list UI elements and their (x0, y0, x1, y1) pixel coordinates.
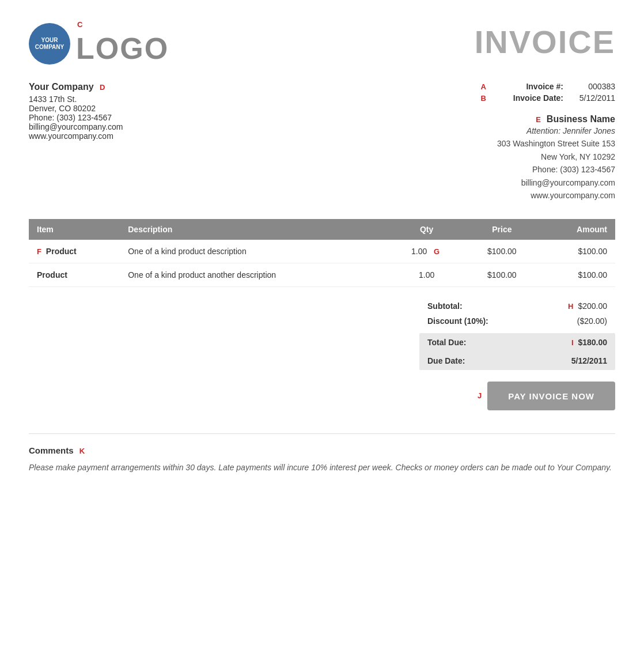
due-date-row: Due Date: 5/12/2011 (419, 352, 615, 370)
company-website: www.yourcompany.com (29, 131, 385, 141)
total-box: Total Due: I $180.00 Due Date: 5/12/2011 (419, 333, 615, 370)
invoice-date-value: 5/12/2011 (569, 93, 615, 103)
bill-email: billing@yourcompany.com (385, 176, 615, 189)
table-row: F Product One of a kind product descript… (29, 240, 615, 263)
bill-website: www.yourcompany.com (385, 189, 615, 202)
invoice-meta: A Invoice #: 000383 B Invoice Date: 5/12… (385, 82, 615, 103)
b-annotation: B (481, 94, 486, 103)
e-annotation: E (536, 115, 541, 124)
attention-text: Attention: Jennifer Jones (385, 124, 615, 137)
row2-description: One of a kind product another descriptio… (120, 263, 388, 287)
row1-qty: 1.00 G (388, 240, 465, 263)
c-annotation: C (77, 20, 82, 29)
logo-text: LOGO (76, 33, 169, 63)
right-info: A Invoice #: 000383 B Invoice Date: 5/12… (385, 82, 615, 202)
due-date-label: Due Date: (427, 356, 465, 365)
summary-section: Subtotal: H $200.00 Discount (10%): ($20… (29, 299, 615, 370)
col-amount: Amount (539, 219, 615, 240)
logo-area: YOURCOMPANY C LOGO (29, 23, 169, 65)
company-address-line1: 1433 17th St. (29, 95, 385, 104)
company-address-line2: Denver, CO 80202 (29, 104, 385, 113)
company-phone: Phone: (303) 123-4567 (29, 113, 385, 122)
invoice-number-value: 000383 (569, 82, 615, 91)
subtotal-row: Subtotal: H $200.00 (419, 299, 615, 314)
row1-item: F Product (29, 240, 120, 263)
invoice-header: YOURCOMPANY C LOGO INVOICE (29, 23, 615, 65)
invoice-title: INVOICE (475, 23, 615, 61)
j-annotation: J (478, 382, 482, 410)
row1-price: $100.00 (465, 240, 539, 263)
company-info: Your Company D 1433 17th St. Denver, CO … (29, 82, 385, 202)
total-due-value: I $180.00 (571, 338, 607, 347)
pay-invoice-button[interactable]: PAY INVOICE NOW (487, 382, 615, 410)
invoice-number-label: Invoice #: (494, 82, 563, 91)
table-header: Item Description Qty Price Amount (29, 219, 615, 240)
table-body: F Product One of a kind product descript… (29, 240, 615, 287)
subtotal-label: Subtotal: (427, 301, 463, 311)
row2-qty: 1.00 (388, 263, 465, 287)
company-name: Your Company D (29, 82, 385, 92)
k-annotation: K (79, 447, 85, 455)
f-annotation: F (37, 247, 41, 256)
info-section: Your Company D 1433 17th St. Denver, CO … (29, 82, 615, 202)
summary-table: Subtotal: H $200.00 Discount (10%): ($20… (419, 299, 615, 370)
i-annotation: I (571, 338, 574, 347)
pay-section: J PAY INVOICE NOW (29, 382, 615, 410)
comments-text: Please make payment arrangements within … (29, 461, 615, 474)
discount-value: ($20.00) (577, 316, 607, 326)
comments-header: Comments K (29, 446, 615, 455)
logo-text-area: C LOGO (76, 24, 169, 63)
g-annotation: G (434, 247, 440, 256)
discount-label: Discount (10%): (427, 316, 488, 326)
bill-address-line2: New York, NY 10292 (385, 150, 615, 163)
row2-amount: $100.00 (539, 263, 615, 287)
invoice-date-label: Invoice Date: (494, 93, 563, 103)
business-name: Business Name (547, 114, 615, 124)
comments-section: Comments K Please make payment arrangeme… (29, 433, 615, 474)
logo-circle: YOURCOMPANY (29, 23, 70, 65)
row2-item: Product (29, 263, 120, 287)
row1-description: One of a kind product description (120, 240, 388, 263)
total-due-row: Total Due: I $180.00 (419, 333, 615, 352)
row2-price: $100.00 (465, 263, 539, 287)
h-annotation: H (568, 302, 573, 311)
logo-circle-text: YOURCOMPANY (35, 37, 64, 51)
bill-to: E Business Name Attention: Jennifer Jone… (385, 114, 615, 202)
company-email: billing@yourcompany.com (29, 122, 385, 131)
col-price: Price (465, 219, 539, 240)
invoice-number-row: A Invoice #: 000383 (385, 82, 615, 91)
table-row: Product One of a kind product another de… (29, 263, 615, 287)
col-item: Item (29, 219, 120, 240)
invoice-date-row: B Invoice Date: 5/12/2011 (385, 93, 615, 103)
table-header-row: Item Description Qty Price Amount (29, 219, 615, 240)
due-date-value: 5/12/2011 (571, 356, 607, 365)
subtotal-value: H $200.00 (568, 301, 607, 311)
total-due-label: Total Due: (427, 338, 466, 347)
invoice-table: Item Description Qty Price Amount F Prod… (29, 219, 615, 287)
a-annotation: A (481, 82, 486, 91)
d-annotation: D (100, 83, 105, 92)
col-description: Description (120, 219, 388, 240)
row1-amount: $100.00 (539, 240, 615, 263)
discount-row: Discount (10%): ($20.00) (419, 314, 615, 329)
bill-address-line1: 303 Washington Street Suite 153 (385, 137, 615, 150)
col-qty: Qty (388, 219, 465, 240)
bill-phone: Phone: (303) 123-4567 (385, 163, 615, 176)
